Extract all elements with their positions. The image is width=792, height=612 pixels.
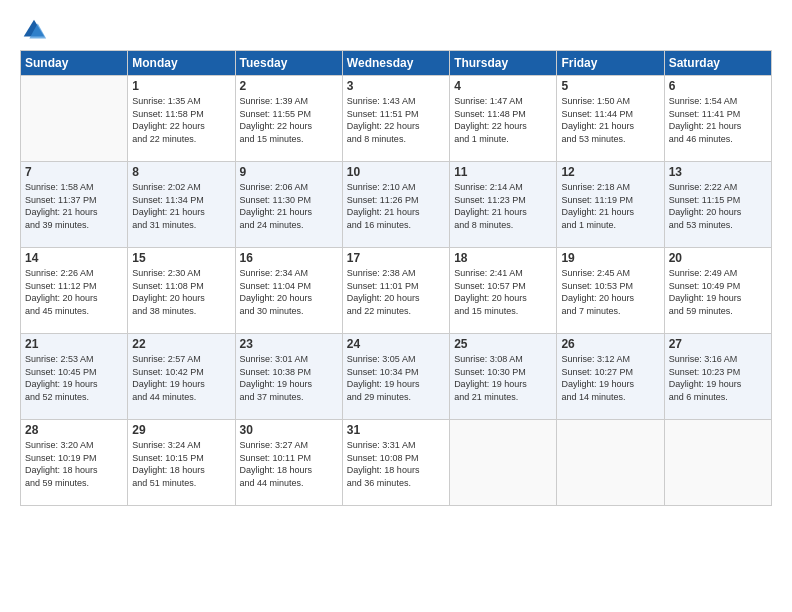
day-number: 27 — [669, 337, 767, 351]
calendar-day-cell: 30Sunrise: 3:27 AM Sunset: 10:11 PM Dayl… — [235, 420, 342, 506]
calendar-table: Sunday Monday Tuesday Wednesday Thursday… — [20, 50, 772, 506]
calendar-day-cell: 26Sunrise: 3:12 AM Sunset: 10:27 PM Dayl… — [557, 334, 664, 420]
calendar-day-cell: 14Sunrise: 2:26 AM Sunset: 11:12 PM Dayl… — [21, 248, 128, 334]
day-info: Sunrise: 3:24 AM Sunset: 10:15 PM Daylig… — [132, 439, 230, 489]
calendar-day-cell: 7Sunrise: 1:58 AM Sunset: 11:37 PM Dayli… — [21, 162, 128, 248]
day-info: Sunrise: 3:16 AM Sunset: 10:23 PM Daylig… — [669, 353, 767, 403]
calendar-header-row: Sunday Monday Tuesday Wednesday Thursday… — [21, 51, 772, 76]
calendar-day-cell: 19Sunrise: 2:45 AM Sunset: 10:53 PM Dayl… — [557, 248, 664, 334]
day-info: Sunrise: 2:38 AM Sunset: 11:01 PM Daylig… — [347, 267, 445, 317]
day-number: 14 — [25, 251, 123, 265]
day-number: 26 — [561, 337, 659, 351]
calendar-day-cell: 28Sunrise: 3:20 AM Sunset: 10:19 PM Dayl… — [21, 420, 128, 506]
calendar-week-row: 7Sunrise: 1:58 AM Sunset: 11:37 PM Dayli… — [21, 162, 772, 248]
day-info: Sunrise: 3:31 AM Sunset: 10:08 PM Daylig… — [347, 439, 445, 489]
day-info: Sunrise: 3:05 AM Sunset: 10:34 PM Daylig… — [347, 353, 445, 403]
calendar-day-cell: 17Sunrise: 2:38 AM Sunset: 11:01 PM Dayl… — [342, 248, 449, 334]
calendar-day-cell: 18Sunrise: 2:41 AM Sunset: 10:57 PM Dayl… — [450, 248, 557, 334]
day-number: 9 — [240, 165, 338, 179]
calendar-day-cell: 2Sunrise: 1:39 AM Sunset: 11:55 PM Dayli… — [235, 76, 342, 162]
col-sunday: Sunday — [21, 51, 128, 76]
day-number: 12 — [561, 165, 659, 179]
day-number: 22 — [132, 337, 230, 351]
calendar-day-cell: 5Sunrise: 1:50 AM Sunset: 11:44 PM Dayli… — [557, 76, 664, 162]
day-number: 18 — [454, 251, 552, 265]
day-info: Sunrise: 2:57 AM Sunset: 10:42 PM Daylig… — [132, 353, 230, 403]
day-number: 28 — [25, 423, 123, 437]
col-monday: Monday — [128, 51, 235, 76]
day-info: Sunrise: 2:41 AM Sunset: 10:57 PM Daylig… — [454, 267, 552, 317]
day-number: 6 — [669, 79, 767, 93]
day-info: Sunrise: 1:50 AM Sunset: 11:44 PM Daylig… — [561, 95, 659, 145]
calendar-day-cell: 4Sunrise: 1:47 AM Sunset: 11:48 PM Dayli… — [450, 76, 557, 162]
col-friday: Friday — [557, 51, 664, 76]
logo-icon — [20, 16, 48, 44]
day-info: Sunrise: 2:18 AM Sunset: 11:19 PM Daylig… — [561, 181, 659, 231]
calendar-day-cell: 15Sunrise: 2:30 AM Sunset: 11:08 PM Dayl… — [128, 248, 235, 334]
calendar-day-cell: 8Sunrise: 2:02 AM Sunset: 11:34 PM Dayli… — [128, 162, 235, 248]
calendar-week-row: 14Sunrise: 2:26 AM Sunset: 11:12 PM Dayl… — [21, 248, 772, 334]
calendar-day-cell: 27Sunrise: 3:16 AM Sunset: 10:23 PM Dayl… — [664, 334, 771, 420]
day-info: Sunrise: 2:53 AM Sunset: 10:45 PM Daylig… — [25, 353, 123, 403]
calendar-day-cell — [450, 420, 557, 506]
calendar-week-row: 21Sunrise: 2:53 AM Sunset: 10:45 PM Dayl… — [21, 334, 772, 420]
day-number: 29 — [132, 423, 230, 437]
header — [20, 16, 772, 44]
day-number: 7 — [25, 165, 123, 179]
day-number: 19 — [561, 251, 659, 265]
day-info: Sunrise: 1:54 AM Sunset: 11:41 PM Daylig… — [669, 95, 767, 145]
calendar-page: Sunday Monday Tuesday Wednesday Thursday… — [0, 0, 792, 612]
calendar-day-cell: 11Sunrise: 2:14 AM Sunset: 11:23 PM Dayl… — [450, 162, 557, 248]
calendar-week-row: 28Sunrise: 3:20 AM Sunset: 10:19 PM Dayl… — [21, 420, 772, 506]
day-number: 4 — [454, 79, 552, 93]
day-number: 21 — [25, 337, 123, 351]
day-info: Sunrise: 2:34 AM Sunset: 11:04 PM Daylig… — [240, 267, 338, 317]
day-number: 31 — [347, 423, 445, 437]
day-info: Sunrise: 3:27 AM Sunset: 10:11 PM Daylig… — [240, 439, 338, 489]
day-number: 15 — [132, 251, 230, 265]
col-wednesday: Wednesday — [342, 51, 449, 76]
calendar-day-cell: 20Sunrise: 2:49 AM Sunset: 10:49 PM Dayl… — [664, 248, 771, 334]
calendar-day-cell: 25Sunrise: 3:08 AM Sunset: 10:30 PM Dayl… — [450, 334, 557, 420]
day-info: Sunrise: 3:01 AM Sunset: 10:38 PM Daylig… — [240, 353, 338, 403]
day-number: 1 — [132, 79, 230, 93]
calendar-day-cell: 12Sunrise: 2:18 AM Sunset: 11:19 PM Dayl… — [557, 162, 664, 248]
day-info: Sunrise: 3:20 AM Sunset: 10:19 PM Daylig… — [25, 439, 123, 489]
day-info: Sunrise: 3:12 AM Sunset: 10:27 PM Daylig… — [561, 353, 659, 403]
day-number: 25 — [454, 337, 552, 351]
day-number: 13 — [669, 165, 767, 179]
calendar-day-cell: 23Sunrise: 3:01 AM Sunset: 10:38 PM Dayl… — [235, 334, 342, 420]
day-number: 16 — [240, 251, 338, 265]
day-info: Sunrise: 2:22 AM Sunset: 11:15 PM Daylig… — [669, 181, 767, 231]
day-number: 20 — [669, 251, 767, 265]
calendar-day-cell: 1Sunrise: 1:35 AM Sunset: 11:58 PM Dayli… — [128, 76, 235, 162]
calendar-week-row: 1Sunrise: 1:35 AM Sunset: 11:58 PM Dayli… — [21, 76, 772, 162]
day-info: Sunrise: 1:47 AM Sunset: 11:48 PM Daylig… — [454, 95, 552, 145]
calendar-day-cell — [664, 420, 771, 506]
day-number: 30 — [240, 423, 338, 437]
day-info: Sunrise: 1:39 AM Sunset: 11:55 PM Daylig… — [240, 95, 338, 145]
calendar-day-cell: 24Sunrise: 3:05 AM Sunset: 10:34 PM Dayl… — [342, 334, 449, 420]
calendar-day-cell — [21, 76, 128, 162]
day-info: Sunrise: 2:45 AM Sunset: 10:53 PM Daylig… — [561, 267, 659, 317]
day-info: Sunrise: 1:43 AM Sunset: 11:51 PM Daylig… — [347, 95, 445, 145]
col-saturday: Saturday — [664, 51, 771, 76]
day-number: 3 — [347, 79, 445, 93]
day-info: Sunrise: 3:08 AM Sunset: 10:30 PM Daylig… — [454, 353, 552, 403]
calendar-day-cell: 6Sunrise: 1:54 AM Sunset: 11:41 PM Dayli… — [664, 76, 771, 162]
calendar-day-cell: 13Sunrise: 2:22 AM Sunset: 11:15 PM Dayl… — [664, 162, 771, 248]
calendar-day-cell — [557, 420, 664, 506]
day-number: 5 — [561, 79, 659, 93]
calendar-day-cell: 29Sunrise: 3:24 AM Sunset: 10:15 PM Dayl… — [128, 420, 235, 506]
day-number: 10 — [347, 165, 445, 179]
day-number: 2 — [240, 79, 338, 93]
day-number: 23 — [240, 337, 338, 351]
logo — [20, 16, 52, 44]
day-info: Sunrise: 2:02 AM Sunset: 11:34 PM Daylig… — [132, 181, 230, 231]
day-info: Sunrise: 2:14 AM Sunset: 11:23 PM Daylig… — [454, 181, 552, 231]
day-number: 11 — [454, 165, 552, 179]
day-info: Sunrise: 1:35 AM Sunset: 11:58 PM Daylig… — [132, 95, 230, 145]
day-number: 24 — [347, 337, 445, 351]
calendar-day-cell: 9Sunrise: 2:06 AM Sunset: 11:30 PM Dayli… — [235, 162, 342, 248]
day-info: Sunrise: 2:30 AM Sunset: 11:08 PM Daylig… — [132, 267, 230, 317]
